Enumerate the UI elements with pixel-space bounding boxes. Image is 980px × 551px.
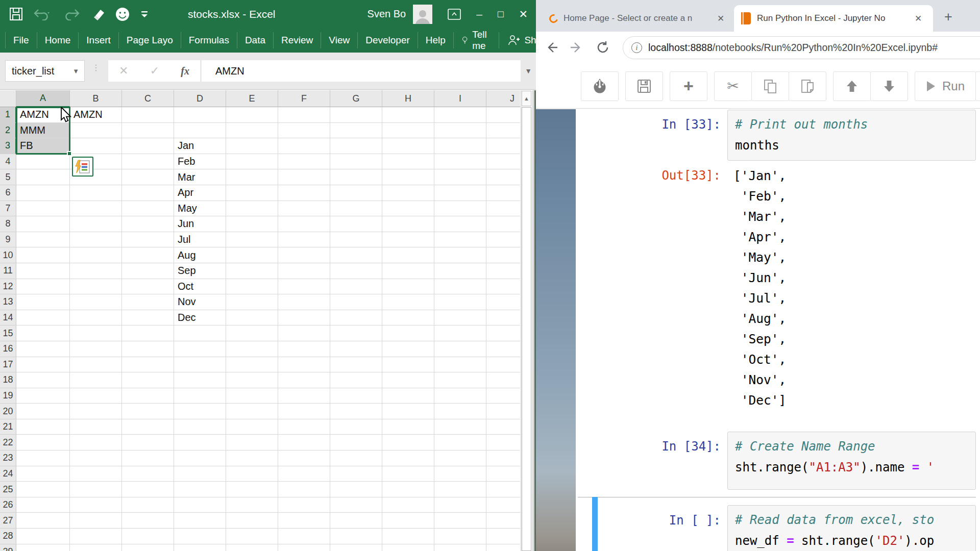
grid-cell-H19[interactable] bbox=[382, 388, 434, 404]
grid-cell-A22[interactable] bbox=[16, 435, 70, 450]
grid-cell-G29[interactable] bbox=[330, 544, 382, 551]
grid-cell-H23[interactable] bbox=[382, 450, 434, 466]
grid-cell-H4[interactable] bbox=[382, 154, 434, 170]
grid-cell-D25[interactable] bbox=[174, 482, 226, 497]
row-header-29[interactable]: 29 bbox=[0, 544, 16, 551]
grid-cell-J28[interactable] bbox=[486, 529, 520, 544]
grid-cell-I5[interactable] bbox=[434, 169, 486, 185]
grid-cell-G2[interactable] bbox=[330, 123, 382, 139]
grid-cell-E14[interactable] bbox=[226, 310, 278, 326]
grid-cell-F13[interactable] bbox=[278, 294, 330, 310]
grid-cell-A19[interactable] bbox=[16, 388, 70, 404]
ribbon-tab-insert[interactable]: Insert bbox=[79, 32, 119, 48]
grid-cell-J17[interactable] bbox=[486, 357, 520, 373]
grid-cell-D22[interactable] bbox=[174, 435, 226, 450]
grid-cell-I21[interactable] bbox=[434, 419, 486, 435]
grid-cell-J16[interactable] bbox=[486, 341, 520, 357]
grid-cell-F16[interactable] bbox=[278, 341, 330, 357]
grid-cell-C21[interactable] bbox=[122, 419, 174, 435]
grid-cell-E12[interactable] bbox=[226, 279, 278, 295]
grid-cell-C22[interactable] bbox=[122, 435, 174, 450]
grid-cell-C28[interactable] bbox=[122, 529, 174, 544]
grid-cell-J3[interactable] bbox=[486, 138, 520, 154]
reload-icon[interactable] bbox=[595, 40, 610, 55]
grid-cell-F14[interactable] bbox=[278, 310, 330, 326]
grid-cell-H6[interactable] bbox=[382, 185, 434, 201]
save-notebook-button[interactable] bbox=[625, 71, 663, 101]
grid-cell-I26[interactable] bbox=[434, 497, 486, 513]
grid-cell-C3[interactable] bbox=[122, 138, 174, 154]
grid-cell-B22[interactable] bbox=[70, 435, 122, 450]
grid-cell-D13[interactable]: Nov bbox=[174, 294, 226, 310]
grid-cell-A29[interactable] bbox=[16, 544, 70, 551]
formula-bar-input[interactable]: AMZN bbox=[202, 60, 521, 82]
grid-cell-C15[interactable] bbox=[122, 325, 174, 341]
row-header-15[interactable]: 15 bbox=[0, 325, 16, 341]
grid-cell-G25[interactable] bbox=[330, 482, 382, 497]
grid-cell-J22[interactable] bbox=[486, 435, 520, 450]
grid-cell-G8[interactable] bbox=[330, 216, 382, 232]
grid-cell-A7[interactable] bbox=[16, 201, 70, 217]
grid-cell-D14[interactable]: Dec bbox=[174, 310, 226, 326]
grid-cell-E3[interactable] bbox=[226, 138, 278, 154]
grid-cell-F21[interactable] bbox=[278, 419, 330, 435]
grid-cell-B12[interactable] bbox=[70, 279, 122, 295]
grid-cell-D11[interactable]: Sep bbox=[174, 263, 226, 279]
grid-cell-J23[interactable] bbox=[486, 450, 520, 466]
row-header-7[interactable]: 7 bbox=[0, 201, 16, 217]
grid-cell-I25[interactable] bbox=[434, 482, 486, 497]
grid-cell-B2[interactable] bbox=[70, 123, 122, 139]
grid-cell-G12[interactable] bbox=[330, 279, 382, 295]
grid-cell-H12[interactable] bbox=[382, 279, 434, 295]
column-header-A[interactable]: A bbox=[16, 90, 70, 107]
column-header-F[interactable]: F bbox=[278, 90, 330, 107]
grid-cell-B27[interactable] bbox=[70, 513, 122, 529]
grid-cell-D26[interactable] bbox=[174, 497, 226, 513]
grid-cell-B23[interactable] bbox=[70, 450, 122, 466]
rebel-button[interactable] bbox=[581, 71, 619, 101]
grid-cell-D17[interactable] bbox=[174, 357, 226, 373]
column-header-B[interactable]: B bbox=[70, 90, 122, 107]
grid-cell-G28[interactable] bbox=[330, 529, 382, 544]
grid-cell-C4[interactable] bbox=[122, 154, 174, 170]
grid-cell-D9[interactable]: Jul bbox=[174, 232, 226, 248]
grid-cell-D2[interactable] bbox=[174, 123, 226, 139]
grid-cell-B24[interactable] bbox=[70, 466, 122, 482]
grid-cell-B26[interactable] bbox=[70, 497, 122, 513]
row-header-2[interactable]: 2 bbox=[0, 123, 16, 139]
grid-cell-I2[interactable] bbox=[434, 123, 486, 139]
grid-cell-C17[interactable] bbox=[122, 357, 174, 373]
grid-cell-I8[interactable] bbox=[434, 216, 486, 232]
grid-cell-E7[interactable] bbox=[226, 201, 278, 217]
grid-cell-G19[interactable] bbox=[330, 388, 382, 404]
grid-cell-F8[interactable] bbox=[278, 216, 330, 232]
ribbon-tab-developer[interactable]: Developer bbox=[358, 32, 418, 48]
grid-cell-I9[interactable] bbox=[434, 232, 486, 248]
grid-cell-F10[interactable] bbox=[278, 247, 330, 263]
scrollbar-thumb[interactable] bbox=[522, 107, 531, 551]
row-header-6[interactable]: 6 bbox=[0, 185, 16, 201]
grid-cell-H26[interactable] bbox=[382, 497, 434, 513]
paste-cells-button[interactable] bbox=[789, 71, 826, 101]
grid-cell-I28[interactable] bbox=[434, 529, 486, 544]
grid-cell-E21[interactable] bbox=[226, 419, 278, 435]
minimize-button[interactable]: – bbox=[476, 9, 482, 19]
row-header-28[interactable]: 28 bbox=[0, 529, 16, 544]
grid-cell-I6[interactable] bbox=[434, 185, 486, 201]
browser-tab-jupyter[interactable]: Run Python In Excel - Jupyter No ✕ bbox=[734, 5, 933, 32]
row-header-4[interactable]: 4 bbox=[0, 154, 16, 170]
grid-cell-C16[interactable] bbox=[122, 341, 174, 357]
tab-close-icon[interactable]: ✕ bbox=[717, 13, 724, 24]
grid-cell-H11[interactable] bbox=[382, 263, 434, 279]
ribbon-tab-data[interactable]: Data bbox=[237, 32, 274, 48]
grid-cell-A24[interactable] bbox=[16, 466, 70, 482]
grid-cell-E13[interactable] bbox=[226, 294, 278, 310]
grid-cell-E2[interactable] bbox=[226, 123, 278, 139]
customize-qat-icon[interactable] bbox=[140, 10, 149, 19]
grid-cell-J8[interactable] bbox=[486, 216, 520, 232]
grid-cell-E18[interactable] bbox=[226, 372, 278, 388]
grid-cell-D29[interactable] bbox=[174, 544, 226, 551]
formula-bar-expand-icon[interactable]: ▼ bbox=[525, 67, 532, 75]
grid-cell-A27[interactable] bbox=[16, 513, 70, 529]
grid-cell-A16[interactable] bbox=[16, 341, 70, 357]
